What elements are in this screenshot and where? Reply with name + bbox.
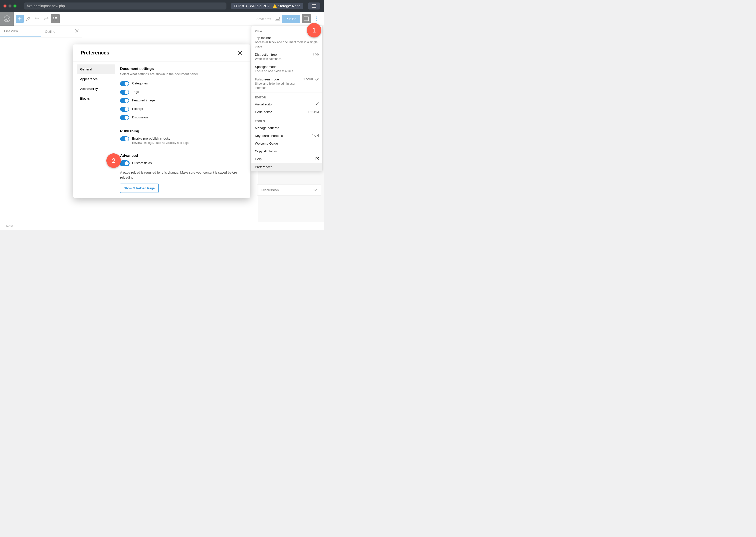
zoom-window-icon[interactable] — [14, 5, 17, 8]
nav-accessibility[interactable]: Accessibility — [77, 84, 115, 94]
toggle-excerpt[interactable] — [120, 107, 129, 112]
add-block-button[interactable] — [16, 15, 24, 23]
menu-spotlight[interactable]: Spotlight modeFocus on one block at a ti… — [252, 63, 322, 75]
menu-help-title: Help — [255, 157, 262, 161]
url-bar[interactable]: /wp-admin/post-new.php — [24, 3, 226, 10]
menu-welcome-guide[interactable]: Welcome Guide — [252, 140, 322, 147]
save-draft-button[interactable]: Save draft — [255, 15, 273, 23]
menu-code-editor-shortcut: ⇧⌥⌘M — [307, 110, 319, 114]
menu-top-toolbar-desc: Access all block and document tools in a… — [255, 40, 319, 49]
menu-code-editor[interactable]: Code editor ⇧⌥⌘M — [252, 108, 322, 116]
toggle-prepublish-label: Enable pre-publish checks — [132, 136, 189, 141]
menu-fullscreen-desc: Show and hide the admin user interface — [255, 82, 301, 90]
undo-icon — [35, 16, 40, 21]
menu-manage-patterns[interactable]: Manage patterns — [252, 124, 322, 132]
menu-fullscreen-title: Fullscreen mode — [255, 77, 301, 81]
menu-keyboard-shortcuts-shortcut: ^⌥H — [312, 134, 319, 137]
toggle-prepublish-sublabel: Review settings, such as visibility and … — [132, 141, 189, 145]
discussion-panel-title: Discussion — [261, 188, 279, 192]
check-icon — [315, 103, 319, 105]
toggle-categories[interactable] — [120, 81, 129, 86]
svg-rect-1 — [276, 17, 279, 20]
redo-icon — [44, 16, 49, 21]
discussion-panel: Discussion — [257, 184, 321, 195]
menu-distraction-free-title: Distraction free — [255, 53, 311, 57]
minimize-window-icon[interactable] — [9, 5, 12, 8]
annotation-badge-2: 2 — [106, 153, 121, 168]
annotation-badge-1: 1 — [307, 23, 321, 37]
modal-nav: General Appearance Accessibility Blocks — [73, 62, 119, 198]
menu-spotlight-title: Spotlight mode — [255, 65, 319, 69]
toggle-tags[interactable] — [120, 90, 129, 95]
modal-title: Preferences — [81, 50, 109, 56]
wordpress-logo-icon — [4, 15, 11, 22]
section-title-advanced: Advanced — [120, 153, 242, 158]
document-overview-button[interactable] — [51, 14, 60, 23]
menu-visual-editor[interactable]: Visual editor — [252, 101, 322, 108]
dropdown-section-editor: Editor — [252, 92, 322, 101]
close-icon — [75, 29, 79, 33]
nav-general[interactable]: General — [77, 64, 115, 74]
toggle-featured-image-label: Featured image — [132, 98, 155, 102]
nav-appearance[interactable]: Appearance — [77, 74, 115, 84]
menu-distraction-free[interactable]: Distraction freeWrite with calmness ⇧⌘\ — [252, 51, 322, 63]
menu-welcome-guide-title: Welcome Guide — [255, 142, 278, 145]
menu-code-editor-title: Code editor — [255, 110, 305, 114]
close-overview-button[interactable] — [75, 29, 79, 33]
menu-help[interactable]: Help — [252, 155, 322, 163]
reload-note: A page reload is required for this chang… — [120, 170, 242, 180]
toggle-discussion-label: Discussion — [132, 115, 148, 119]
toggle-excerpt-label: Excerpt — [132, 107, 143, 111]
tab-list-view[interactable]: List View — [0, 26, 41, 37]
discussion-panel-header[interactable]: Discussion — [258, 185, 321, 195]
browser-chrome: /wp-admin/post-new.php PHP 8.3 - WP 6.5-… — [0, 0, 324, 12]
kebab-icon — [316, 17, 317, 21]
external-link-icon — [315, 157, 319, 161]
menu-keyboard-shortcuts-title: Keyboard shortcuts — [255, 134, 283, 138]
preview-button[interactable] — [273, 14, 282, 23]
editor-footer: Post — [0, 222, 324, 230]
check-icon — [315, 78, 319, 81]
edit-tool-button[interactable] — [24, 14, 33, 23]
menu-fullscreen[interactable]: Fullscreen modeShow and hide the admin u… — [252, 75, 322, 92]
menu-spotlight-desc: Focus on one block at a time — [255, 69, 319, 73]
close-window-icon[interactable] — [4, 5, 7, 8]
menu-distraction-free-desc: Write with calmness — [255, 57, 311, 61]
section-title-publishing: Publishing — [120, 129, 242, 133]
toggle-custom-fields[interactable] — [120, 161, 129, 166]
pencil-icon — [26, 16, 31, 21]
menu-copy-all-blocks[interactable]: Copy all blocks — [252, 147, 322, 155]
toggle-discussion[interactable] — [120, 115, 129, 120]
plus-icon — [17, 16, 22, 21]
settings-sidebar-toggle[interactable] — [302, 14, 311, 23]
browser-menu-button[interactable] — [308, 3, 320, 10]
menu-keyboard-shortcuts[interactable]: Keyboard shortcuts ^⌥H — [252, 132, 322, 140]
section-title-document-settings: Document settings — [120, 66, 242, 71]
publish-button[interactable]: Publish — [282, 15, 300, 23]
environment-badge: PHP 8.3 - WP 6.5-RC2 - ⚠️ Storage: None — [231, 3, 303, 9]
list-view-icon — [53, 16, 58, 21]
toggle-tags-label: Tags — [132, 90, 139, 94]
document-overview-panel — [0, 37, 82, 222]
modal-content: Document settings Select what settings a… — [119, 62, 250, 198]
breadcrumb[interactable]: Post — [6, 224, 13, 228]
nav-blocks[interactable]: Blocks — [77, 94, 115, 103]
options-menu-button[interactable] — [312, 14, 321, 23]
close-icon — [238, 51, 243, 56]
menu-preferences[interactable]: Preferences — [252, 163, 322, 171]
modal-close-button[interactable] — [238, 51, 243, 56]
hamburger-icon — [312, 4, 316, 8]
toggle-custom-fields-label: Custom fields — [132, 161, 152, 165]
menu-fullscreen-shortcut: ⇧⌥⌘F — [303, 77, 314, 81]
options-dropdown: View Top toolbarAccess all block and doc… — [251, 26, 323, 171]
toggle-prepublish-checks[interactable] — [120, 136, 129, 142]
toggle-categories-label: Categories — [132, 81, 148, 85]
wp-logo-button[interactable] — [0, 12, 14, 26]
svg-point-3 — [316, 17, 317, 18]
redo-button[interactable] — [42, 14, 51, 23]
toggle-featured-image[interactable] — [120, 98, 129, 103]
show-reload-button[interactable]: Show & Reload Page — [120, 184, 159, 193]
menu-top-toolbar-title: Top toolbar — [255, 36, 319, 40]
modal-header: Preferences — [73, 44, 250, 62]
undo-button[interactable] — [33, 14, 42, 23]
